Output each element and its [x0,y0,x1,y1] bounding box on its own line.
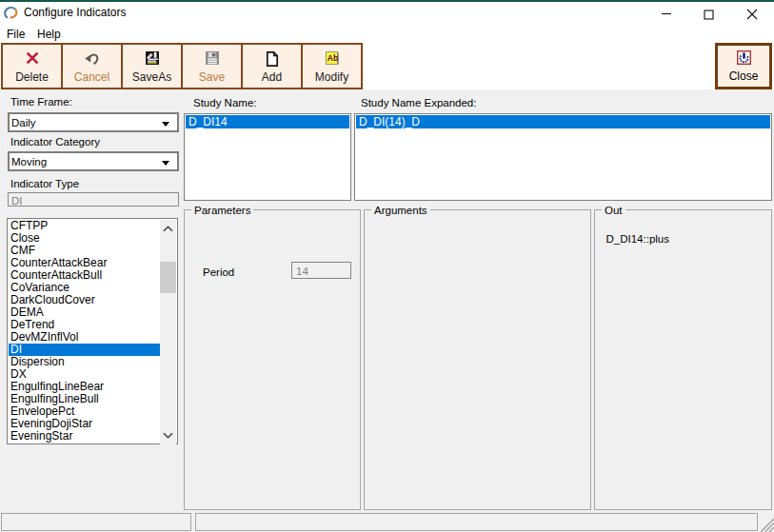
svg-text:Ab: Ab [327,53,337,63]
